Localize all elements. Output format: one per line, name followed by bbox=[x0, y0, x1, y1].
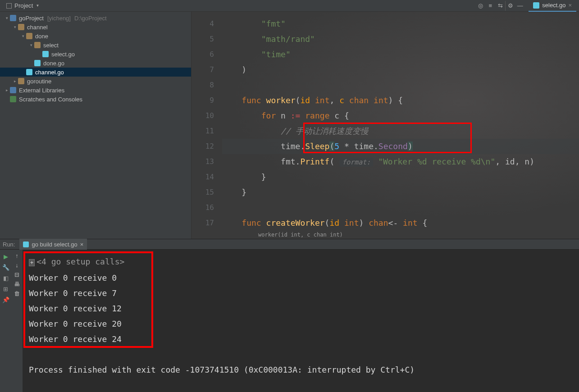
tree-label: channel.go bbox=[35, 69, 64, 76]
line-number: 7 bbox=[191, 62, 222, 77]
code-area[interactable]: "fmt" "math/rand" "time" ) func worker(i… bbox=[222, 12, 579, 239]
line-number: 13 bbox=[191, 154, 222, 169]
code-text: "fmt" bbox=[261, 19, 286, 28]
tree-label: select.go bbox=[51, 51, 75, 58]
code-text: time bbox=[354, 141, 374, 151]
chevron-icon[interactable]: ▾ bbox=[20, 34, 26, 38]
target-icon[interactable]: ◎ bbox=[475, 1, 485, 11]
project-tool-button[interactable]: Project ▼ bbox=[3, 1, 43, 10]
trash-icon[interactable]: 🗑 bbox=[14, 290, 20, 297]
project-icon bbox=[6, 3, 12, 9]
code-text: n bbox=[524, 157, 529, 166]
chevron-icon[interactable]: ▸ bbox=[12, 79, 18, 83]
code-text: * bbox=[344, 141, 349, 151]
up-icon[interactable]: ↑ bbox=[15, 252, 18, 259]
line-number: 17 bbox=[191, 215, 222, 231]
tree-node[interactable]: ▾goProject[yicheng]D:\goProject bbox=[0, 14, 191, 23]
code-text: int bbox=[344, 218, 359, 228]
line-gutter: 4567891011121314151617 bbox=[191, 12, 222, 239]
minimize-icon[interactable]: — bbox=[515, 1, 525, 11]
print-icon[interactable]: 🖶 bbox=[14, 281, 20, 287]
fold-icon[interactable]: + bbox=[29, 259, 35, 266]
line-number: 16 bbox=[191, 200, 222, 215]
run-tab[interactable]: go build select.go × bbox=[19, 239, 87, 250]
go-icon bbox=[26, 69, 32, 75]
close-icon[interactable]: × bbox=[80, 241, 84, 248]
tree-node[interactable]: ▸select.go bbox=[0, 50, 191, 59]
code-text: Second bbox=[378, 141, 408, 151]
go-icon bbox=[42, 51, 49, 57]
folder-icon bbox=[18, 24, 24, 30]
chevron-icon[interactable]: ▾ bbox=[4, 16, 10, 20]
tree-node[interactable]: ▾select bbox=[0, 41, 191, 50]
line-number: 9 bbox=[191, 93, 222, 108]
expand-icon[interactable]: ⇆ bbox=[495, 1, 505, 11]
chevron-down-icon: ▼ bbox=[36, 4, 39, 8]
pin-icon[interactable]: 📌 bbox=[2, 296, 10, 304]
close-icon[interactable]: × bbox=[568, 2, 572, 9]
folder-icon bbox=[26, 33, 32, 39]
layout-icon[interactable]: ⊞ bbox=[2, 285, 10, 293]
tree-label: done.go bbox=[43, 60, 64, 67]
run-tab-label: go build select.go bbox=[32, 241, 77, 248]
code-text: n bbox=[281, 111, 286, 120]
wrench-icon[interactable]: 🔧 bbox=[2, 263, 10, 271]
tree-node[interactable]: ▾channel bbox=[0, 23, 191, 32]
code-text: c bbox=[334, 111, 339, 120]
code-text: id bbox=[505, 157, 515, 166]
tree-hint: [yicheng] bbox=[47, 15, 71, 22]
tree-path: D:\goProject bbox=[74, 15, 107, 22]
code-text: chan bbox=[369, 218, 388, 228]
gear-icon[interactable]: ⚙ bbox=[505, 1, 515, 11]
chevron-icon[interactable]: ▸ bbox=[4, 88, 10, 92]
folder-icon bbox=[18, 78, 24, 84]
chevron-icon[interactable]: ▾ bbox=[28, 43, 34, 47]
breadcrumb[interactable]: worker(id int, c chan int) bbox=[258, 232, 343, 238]
console-line: Worker 0 receive 12 bbox=[29, 301, 573, 316]
code-text: id bbox=[300, 96, 310, 105]
code-text: func bbox=[242, 218, 261, 228]
code-text: func bbox=[242, 96, 261, 105]
run-icon[interactable]: ▶ bbox=[2, 252, 10, 260]
tree-node[interactable]: ▸goroutine bbox=[0, 77, 191, 86]
code-text: chan bbox=[349, 96, 369, 105]
go-icon bbox=[34, 60, 41, 66]
code-editor[interactable]: 4567891011121314151617 "fmt" "math/rand"… bbox=[191, 12, 579, 239]
code-text: int bbox=[403, 218, 418, 228]
mute-icon[interactable]: ◧ bbox=[2, 274, 10, 282]
tree-label: goroutine bbox=[27, 78, 51, 85]
tree-node[interactable]: ▸channel.go bbox=[0, 68, 191, 77]
line-number: 8 bbox=[191, 77, 222, 93]
line-number: 11 bbox=[191, 123, 222, 139]
tab-label: select.go bbox=[542, 2, 565, 9]
console-output[interactable]: +<4 go setup calls> Worker 0 receive 0 W… bbox=[23, 250, 579, 392]
code-text: "math/rand" bbox=[261, 34, 315, 44]
code-text: c bbox=[339, 96, 344, 105]
wrap-icon[interactable]: ⊟ bbox=[14, 271, 19, 278]
line-number: 6 bbox=[191, 47, 222, 62]
code-text: id bbox=[329, 218, 339, 228]
code-text: // 手动让消耗速度变慢 bbox=[281, 126, 369, 136]
console-line: Process finished with exit code -1073741… bbox=[29, 362, 573, 378]
console-line: Worker 0 receive 0 bbox=[29, 270, 573, 286]
tree-node[interactable]: ▸done.go bbox=[0, 59, 191, 68]
go-file-icon bbox=[23, 242, 29, 247]
code-text: <- bbox=[388, 218, 398, 228]
collapse-icon[interactable]: ≡ bbox=[485, 1, 495, 11]
console-line: Worker 0 receive 20 bbox=[29, 316, 573, 332]
project-tree[interactable]: ▾goProject[yicheng]D:\goProject▾channel▾… bbox=[0, 12, 191, 239]
tree-label: done bbox=[35, 33, 48, 40]
editor-tab-select[interactable]: select.go × bbox=[529, 0, 576, 12]
toolbar: Project ▼ ◎ ≡ ⇆ ⚙ — select.go × bbox=[0, 0, 579, 12]
tree-node[interactable]: ▾done bbox=[0, 32, 191, 41]
code-text: time bbox=[281, 141, 300, 151]
tree-node[interactable]: ▸Scratches and Consoles bbox=[0, 95, 191, 104]
go-file-icon bbox=[533, 2, 539, 9]
run-toolbar-left2: ↑ ↓ ⊟ 🖶 🗑 bbox=[11, 250, 23, 392]
code-text: createWorker bbox=[266, 218, 325, 228]
down-icon[interactable]: ↓ bbox=[15, 262, 18, 269]
scratch-icon bbox=[10, 96, 16, 102]
chevron-icon[interactable]: ▾ bbox=[12, 25, 18, 29]
tree-node[interactable]: ▸External Libraries bbox=[0, 86, 191, 95]
code-text: for bbox=[261, 111, 276, 120]
